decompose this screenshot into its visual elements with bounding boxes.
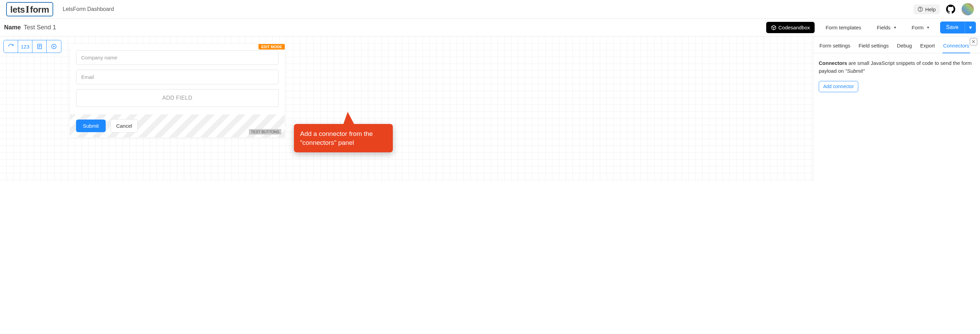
connectors-description: Connectors are small JavaScript snippets… <box>819 60 972 74</box>
form-label: Form <box>912 25 924 30</box>
canvas: 123 EDIT MODE Company name Email ADD FIE… <box>0 37 813 181</box>
codesandbox-icon <box>771 25 776 30</box>
topbar: lets I form LetsForm Dashboard Help <box>0 0 980 19</box>
panel-body: Connectors are small JavaScript snippets… <box>813 53 980 98</box>
topbar-right: Help <box>913 3 974 15</box>
test-buttons-badge: TEST BUTTONS <box>249 129 281 134</box>
logo-text-mid: I <box>25 3 30 15</box>
tab-form-settings[interactable]: Form settings <box>819 40 851 53</box>
save-button[interactable]: Save <box>940 21 965 34</box>
form-templates-button[interactable]: Form templates <box>821 22 866 33</box>
close-panel-button[interactable]: ✕ <box>970 38 977 45</box>
help-icon <box>918 6 923 12</box>
add-connector-button[interactable]: Add connector <box>819 81 858 92</box>
refresh-icon[interactable] <box>4 40 18 53</box>
play-icon[interactable] <box>47 40 61 53</box>
submit-button[interactable]: Submit <box>76 120 106 132</box>
help-button[interactable]: Help <box>913 5 940 14</box>
cancel-button[interactable]: Cancel <box>110 119 138 133</box>
company-name-input[interactable]: Company name <box>76 50 278 65</box>
chevron-down-icon: ▾ <box>894 25 896 30</box>
name-block: Name Test Send 1 <box>4 24 56 31</box>
side-panel: ✕ Form settings Field settings Debug Exp… <box>813 37 980 181</box>
tab-export[interactable]: Export <box>919 40 935 53</box>
tab-connectors[interactable]: Connectors <box>942 40 970 53</box>
logo[interactable]: lets I form <box>6 2 53 16</box>
canvas-left-toolbar: 123 <box>3 40 61 53</box>
add-field-button[interactable]: ADD FIELD <box>76 89 278 107</box>
email-input[interactable]: Email <box>76 70 278 84</box>
numeric-123-icon[interactable]: 123 <box>18 40 32 53</box>
close-icon: ✕ <box>972 39 975 45</box>
fields-dropdown[interactable]: Fields ▾ <box>872 22 901 33</box>
save-dropdown-caret[interactable]: ▾ <box>965 21 976 34</box>
test-buttons-row: Submit Cancel TEST BUTTONS <box>70 114 285 137</box>
svg-point-1 <box>920 10 921 11</box>
chevron-down-icon: ▾ <box>927 25 929 30</box>
logo-text-right: form <box>30 5 49 15</box>
edit-mode-badge: EDIT MODE <box>258 44 285 50</box>
avatar[interactable] <box>962 3 974 15</box>
caret-down-icon: ▾ <box>969 25 972 30</box>
github-icon[interactable] <box>946 5 955 14</box>
codesandbox-label: Codesandbox <box>778 25 810 30</box>
form-dropdown[interactable]: Form ▾ <box>907 22 934 33</box>
desc-italic: "Submit" <box>845 68 865 74</box>
logo-text-left: lets <box>10 5 25 15</box>
tutorial-callout: Add a connector from the "connectors" pa… <box>294 124 393 152</box>
topbar-left: lets I form LetsForm Dashboard <box>6 2 114 16</box>
desc-bold: Connectors <box>819 60 847 66</box>
form-card: EDIT MODE Company name Email ADD FIELD S… <box>70 44 285 137</box>
main-area: 123 EDIT MODE Company name Email ADD FIE… <box>0 37 980 181</box>
codesandbox-button[interactable]: Codesandbox <box>766 22 815 33</box>
help-label: Help <box>925 6 935 12</box>
save-button-group: Save ▾ <box>940 21 976 34</box>
form-icon[interactable] <box>32 40 47 53</box>
dashboard-title: LetsForm Dashboard <box>63 6 114 12</box>
name-label: Name <box>4 24 21 31</box>
tab-debug[interactable]: Debug <box>896 40 913 53</box>
name-value: Test Send 1 <box>24 24 56 31</box>
fields-label: Fields <box>877 25 891 30</box>
tab-field-settings[interactable]: Field settings <box>858 40 889 53</box>
panel-tabs: Form settings Field settings Debug Expor… <box>813 40 980 53</box>
editor-toolbar: Name Test Send 1 Codesandbox Form templa… <box>0 19 980 37</box>
callout-text: Add a connector from the "connectors" pa… <box>300 130 373 146</box>
